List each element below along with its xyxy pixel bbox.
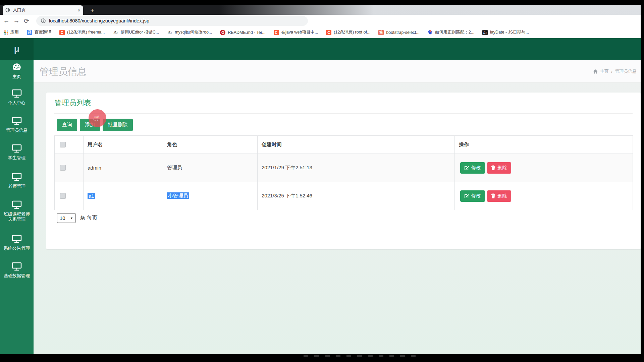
cell-role-selected: 小管理员 <box>167 192 189 199</box>
bookmark-jianshu[interactable]: 简 bootstrap-select... <box>378 30 419 35</box>
bookmark-gitee[interactable]: G README.md · Ter... <box>220 30 265 35</box>
col-role: 角色 <box>163 136 258 154</box>
edit-button[interactable]: 修改 <box>460 190 485 202</box>
tab-title: 入口页 <box>13 7 75 13</box>
globe-icon <box>5 8 10 12</box>
cell-username-selected: a1 <box>88 193 95 199</box>
monitor-icon <box>12 144 22 153</box>
monitor-icon <box>12 117 22 125</box>
panel-title: 管理员列表 <box>54 98 91 108</box>
bookmark-laydate[interactable]: L: layDate - JS日期与... <box>482 29 529 35</box>
hand-cursor-icon: ☝ <box>92 112 101 124</box>
sidebar-item-admin-info[interactable]: 管理员信息 <box>0 117 34 133</box>
home-icon <box>593 69 598 74</box>
letterbox-bottom <box>0 354 644 362</box>
forward-icon[interactable]: → <box>11 17 21 24</box>
page-size-select[interactable]: 10 ▼ <box>57 213 76 223</box>
cell-username: admin <box>84 154 163 182</box>
divider <box>54 113 633 114</box>
row-checkbox[interactable] <box>60 165 66 171</box>
bookmark-mysql[interactable]: ✍ mysql如何修改roo... <box>167 29 212 35</box>
main-content: 管理员列表 查询 添加 批量删除 用户名 角色 创建时间 <box>34 82 644 354</box>
delete-button[interactable]: 删除 <box>487 162 511 174</box>
admin-list-panel: 管理员列表 查询 添加 批量删除 用户名 角色 创建时间 <box>46 93 641 249</box>
breadcrumb-current: 管理员信息 <box>615 68 637 74</box>
page-title: 管理员信息 <box>40 65 87 78</box>
bookmark-csdn-3[interactable]: C (12条消息) root of... <box>326 29 370 35</box>
row-actions: 修改 删除 <box>459 190 633 202</box>
sidebar-item-base-data[interactable]: 基础数据管理 <box>0 262 34 278</box>
monitor-icon <box>12 89 22 98</box>
batch-delete-button[interactable]: 批量删除 <box>103 119 133 131</box>
table-header-row: 用户名 角色 创建时间 操作 <box>55 136 633 154</box>
layui-icon: L: <box>482 30 488 35</box>
sidebar-item-teachers[interactable]: 老师管理 <box>0 173 34 189</box>
edit-button[interactable]: 修改 <box>460 162 485 174</box>
monitor-icon <box>12 235 22 243</box>
hand-pen-icon: ✍ <box>167 30 172 35</box>
page-size-label: 条 每页 <box>80 215 97 222</box>
table-row: a1 小管理员 2021/3/25 下午1:52:46 修改 <box>55 182 633 210</box>
trash-icon <box>491 193 495 198</box>
edit-icon <box>464 193 469 198</box>
monitor-icon <box>12 200 22 209</box>
reload-icon[interactable]: ⟳ <box>21 17 32 25</box>
mouse-click-indicator: ☝ <box>89 109 106 127</box>
delete-button[interactable]: 删除 <box>487 190 511 202</box>
chevron-down-icon: ▼ <box>70 217 73 220</box>
edit-icon <box>464 165 469 170</box>
table-row: admin 管理员 2021/1/29 下午2:51:13 修改 <box>55 154 633 182</box>
pagination: 10 ▼ 条 每页 <box>57 213 97 223</box>
dashboard-icon <box>12 62 22 72</box>
cell-created: 2021/1/29 下午2:51:13 <box>258 154 455 182</box>
cell-created: 2021/3/25 下午1:52:46 <box>258 182 455 210</box>
col-created: 创建时间 <box>258 136 455 154</box>
csdn-icon: C <box>274 30 279 35</box>
url-bar[interactable]: localhost:8080/xueshengzuoyeguanli/index… <box>36 16 308 26</box>
monitor-icon <box>12 173 22 181</box>
sidebar-item-home[interactable]: 主页 <box>0 62 34 79</box>
csdn-icon: C <box>59 30 65 35</box>
baidu-paw-icon <box>428 30 433 35</box>
screen: 入口页 × + ← → ⟳ localhost:8080/xueshengzuo… <box>0 0 644 362</box>
cell-role: 管理员 <box>163 154 258 182</box>
bookmark-apps[interactable]: 应用 <box>3 29 19 35</box>
gitee-icon: G <box>220 30 225 35</box>
search-button[interactable]: 查询 <box>57 119 77 131</box>
app-logo[interactable]: μ <box>0 38 34 60</box>
url-text: localhost:8080/xueshengzuoyeguanli/index… <box>49 18 149 23</box>
app-navbar: μ <box>0 38 644 60</box>
tab-strip: 入口页 × + <box>0 5 644 15</box>
col-username: 用户名 <box>84 136 163 154</box>
page-header: 管理员信息 主页 › 管理员信息 <box>34 60 644 82</box>
browser-toolbar: ← → ⟳ localhost:8080/xueshengzuoyeguanli… <box>0 15 644 27</box>
letterbox-right <box>641 0 644 362</box>
bookmark-baidu[interactable]: 如何用正则匹配：2... <box>428 29 474 35</box>
sidebar: 主页 个人中心 管理员信息 学生管理 <box>0 60 34 354</box>
bookmark-ueditor[interactable]: ✍ 使用UEditor 报错C... <box>113 29 159 35</box>
row-checkbox[interactable] <box>60 193 66 199</box>
breadcrumb-home[interactable]: 主页 <box>600 68 609 74</box>
breadcrumb: 主页 › 管理员信息 <box>593 68 637 74</box>
new-tab-button[interactable]: + <box>88 6 97 15</box>
tab-close-icon[interactable]: × <box>77 8 80 13</box>
sidebar-item-class-course-teacher[interactable]: 班级课程老师关系管理 <box>0 200 34 222</box>
bookmark-csdn-2[interactable]: C 在java web项目中... <box>274 29 318 35</box>
sidebar-item-students[interactable]: 学生管理 <box>0 144 34 160</box>
info-icon <box>41 18 46 23</box>
hand-pen-icon: ✍ <box>113 30 118 35</box>
jianshu-icon: 简 <box>378 30 384 35</box>
footer-artifact <box>304 355 416 357</box>
bookmark-baidu-translate[interactable]: 译 百度翻译 <box>27 29 51 35</box>
admin-table: 用户名 角色 创建时间 操作 admin 管理员 2021/1/29 下午2:5… <box>54 135 633 210</box>
row-actions: 修改 删除 <box>459 162 633 174</box>
monitor-icon <box>12 262 22 271</box>
trash-icon <box>491 165 495 170</box>
bookmark-csdn-1[interactable]: C (12条消息) freema... <box>59 29 105 35</box>
back-icon[interactable]: ← <box>1 17 11 24</box>
sidebar-item-announcements[interactable]: 系统公告管理 <box>0 235 34 251</box>
select-all-checkbox[interactable] <box>60 142 66 147</box>
baidu-translate-icon: 译 <box>27 30 32 35</box>
browser-tab[interactable]: 入口页 × <box>3 5 83 15</box>
sidebar-item-profile[interactable]: 个人中心 <box>0 89 34 105</box>
